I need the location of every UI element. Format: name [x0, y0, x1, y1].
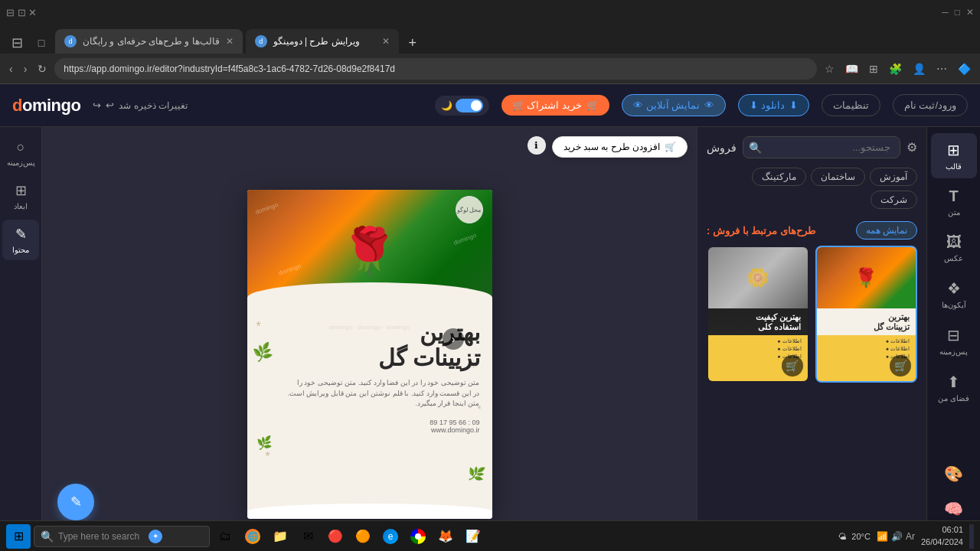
category-tags: آموزش ساختمان مارکتینگ شرکت	[697, 168, 926, 215]
window-controls[interactable]: ⊟ ⊡ ✕	[6, 7, 37, 18]
notification-sidebar[interactable]	[969, 524, 974, 549]
category-construction[interactable]: ساختمان	[811, 168, 865, 186]
canvas-area: ℹ 🛒 افزودن طرح به سبد خرید 🌹 domingo dom…	[42, 127, 697, 551]
share-button[interactable]: 🛒 خرید اشتراک 🛒	[501, 95, 609, 116]
fab-button[interactable]: ✎	[57, 484, 94, 520]
tab-close-2[interactable]: ✕	[382, 36, 390, 47]
category-marketing[interactable]: مارکتینگ	[752, 168, 806, 186]
canvas-info-button[interactable]: ℹ	[528, 136, 546, 155]
taskbar-icon-browser[interactable]: 🌐	[240, 524, 265, 549]
theme-toggle[interactable]: 🌙	[435, 96, 489, 116]
strip-item-icons[interactable]: ❖ آیکون‌ها	[931, 272, 977, 317]
taskbar-icon-firefox[interactable]: 🦊	[433, 524, 458, 549]
preview-button[interactable]: 👁 نمایش آنلاین 👁	[622, 94, 726, 116]
volume-icon: 🔊	[891, 531, 903, 542]
toggle-thumb	[471, 100, 482, 111]
browser-extension-icon[interactable]: 🧩	[886, 60, 905, 78]
start-button[interactable]: ⊞	[6, 524, 31, 549]
canvas-website: www.domingo.ir	[260, 426, 480, 434]
strip-item-background[interactable]: ⊟ پس‌زمینه	[931, 318, 977, 364]
search-input[interactable]	[743, 136, 900, 158]
sidebar-label-bg: پس‌زمینه	[7, 158, 35, 167]
template-add-button-2[interactable]: 🛒	[890, 355, 911, 377]
taskbar-icon-view[interactable]: 🗂	[213, 524, 237, 549]
icons-icon: ❖	[947, 279, 961, 298]
taskbar-icon-mail[interactable]: ✉	[296, 524, 320, 549]
browser-more-icon[interactable]: ⋯	[933, 60, 950, 78]
browser-chrome: ⊟ ⊡ ✕ ─ □ ✕ ⊟ □ d قالب‌ها و طرح‌های حرفه…	[0, 0, 980, 84]
strip-item-upload[interactable]: ⬆ فضای من	[931, 365, 977, 410]
browser-actions: ☆ 📖 ⊞ 🧩 👤 ⋯ 🔷	[822, 60, 974, 78]
template-add-button-1[interactable]: 🛒	[782, 355, 803, 377]
title-bar-left: ⊟ ⊡ ✕	[6, 7, 37, 18]
taskbar-icon-word[interactable]: 📝	[461, 524, 485, 549]
side-panel-icon[interactable]: □	[31, 32, 52, 54]
strip-item-text[interactable]: T متن	[931, 180, 977, 224]
browser-reader-icon[interactable]: 📖	[842, 60, 861, 78]
maximize-icon[interactable]: □	[955, 7, 960, 18]
category-company[interactable]: شرکت	[871, 191, 917, 209]
refresh-button[interactable]: ↻	[34, 60, 50, 78]
browser-collection-icon[interactable]: ⊞	[866, 60, 881, 78]
tab-editor[interactable]: d ویرایش طرح | دومینگو ✕	[246, 29, 399, 54]
taskbar-icon-orange[interactable]: 🟠	[351, 524, 375, 549]
tab-bar: ⊟ □ d قالب‌ها و طرح‌های حرفه‌ای و رایگان…	[0, 24, 980, 54]
templates-grid: 🌼 بهترین کیفیتاستفاده کلی ● اطلاعات ● اط…	[697, 246, 926, 392]
login-button[interactable]: ورود/ثبت نام	[893, 94, 968, 116]
download-label: دانلود ⬇	[750, 99, 785, 111]
taskbar-search-placeholder: Type here to search	[58, 531, 139, 542]
design-canvas[interactable]: 🌹 domingo domingo domingo محل لوگو * ✳ *	[247, 190, 492, 519]
canvas-next-arrow[interactable]: ›	[443, 328, 464, 350]
sidebar-label-dim: ابعاد	[14, 202, 28, 210]
strip-item-template[interactable]: ⊞ قالب	[931, 133, 977, 178]
taskbar-clock[interactable]: 06:01 26/04/2024	[921, 524, 963, 548]
sidebar-item-background[interactable]: ○ پس‌زمینه	[2, 133, 39, 173]
extra1-icon: 🎨	[944, 465, 963, 483]
taskbar-icon-files[interactable]: 📁	[268, 524, 292, 549]
undo-button[interactable]: ↩	[106, 99, 114, 111]
canvas-main-text-2: تزیینات گل	[260, 345, 480, 370]
settings-label: تنظیمات	[833, 99, 869, 111]
redo-button[interactable]: ↪	[93, 99, 101, 111]
template-icon: ⊞	[947, 141, 960, 159]
tab-icon-1: d	[64, 35, 77, 47]
back-button[interactable]: ‹	[6, 60, 16, 78]
show-all-button[interactable]: نمایش همه	[856, 221, 917, 240]
close-icon[interactable]: ✕	[966, 7, 974, 18]
template-card-2[interactable]: 🌹 بهترینتزیینات گل ● اطلاعات ● اطلاعات ●…	[815, 246, 918, 383]
forward-button[interactable]: ›	[21, 60, 31, 78]
left-sidebar: ○ پس‌زمینه ⊞ ابعاد ✎ محتوا	[0, 127, 42, 551]
login-label: ورود/ثبت نام	[904, 99, 956, 111]
strip-item-extra1[interactable]: 🎨	[931, 457, 977, 491]
tab-close-1[interactable]: ✕	[226, 36, 234, 47]
taskbar-icon-red[interactable]: 🔴	[323, 524, 348, 549]
browser-fav-icon[interactable]: ☆	[822, 60, 838, 78]
template-card-1[interactable]: 🌼 بهترین کیفیتاستفاده کلی ● اطلاعات ● اط…	[707, 246, 809, 383]
address-input[interactable]	[54, 58, 817, 80]
sidebar-item-dimensions[interactable]: ⊞ ابعاد	[2, 176, 39, 217]
dimensions-icon: ⊞	[15, 182, 27, 199]
section-title-prefix: طرح‌های مرتبط با	[740, 225, 815, 236]
toggle-track[interactable]	[456, 99, 483, 112]
sidebar-item-content[interactable]: ✎ محتوا	[2, 220, 39, 260]
add-to-cart-button[interactable]: 🛒 افزودن طرح به سبد خرید	[552, 136, 688, 158]
taskbar-search[interactable]: 🔍 Type here to search ✦	[34, 526, 210, 547]
taskbar-right: 🌤 20°C 📶 🔊 Ar 06:01 26/04/2024	[838, 524, 974, 549]
minimize-icon[interactable]: ─	[942, 7, 949, 18]
cart-icon: 🛒	[665, 142, 676, 152]
template-card-overlay-2: 🛒	[817, 350, 916, 381]
browser-profile-icon[interactable]: 👤	[910, 60, 929, 78]
tab-templates[interactable]: d قالب‌ها و طرح‌های حرفه‌ای و رایگان ✕	[55, 29, 243, 54]
new-tab-button[interactable]: +	[402, 32, 423, 54]
category-education[interactable]: آموزش	[870, 168, 917, 186]
taskbar-icon-edge[interactable]: e	[378, 524, 403, 549]
copilot-icon[interactable]: 🔷	[955, 60, 974, 78]
filter-button[interactable]: ⚙	[906, 140, 917, 155]
strip-item-photo[interactable]: 🖼 عکس	[931, 226, 977, 270]
taskbar-icon-chrome[interactable]	[406, 524, 430, 549]
back-tab-icon[interactable]: ⊟	[6, 32, 28, 54]
title-bar-right: ─ □ ✕	[942, 7, 974, 18]
settings-button[interactable]: تنظیمات	[822, 94, 880, 116]
right-panel-search: ⚙ 🔍 فروش	[697, 127, 926, 168]
download-button[interactable]: ⬇ دانلود ⬇	[738, 94, 809, 116]
